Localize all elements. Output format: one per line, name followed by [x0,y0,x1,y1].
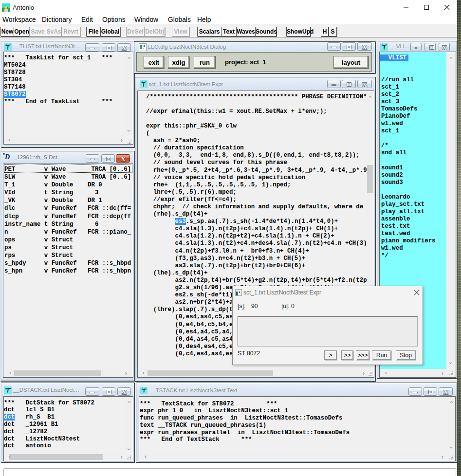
svg-text:X: X [443,388,448,395]
svg-text:X: X [122,388,127,395]
svg-text:X: X [122,44,127,51]
svg-text:X: X [121,155,126,162]
svg-text:X: X [442,44,447,51]
svg-text:X: X [362,81,367,88]
svg-text:X: X [362,43,367,50]
